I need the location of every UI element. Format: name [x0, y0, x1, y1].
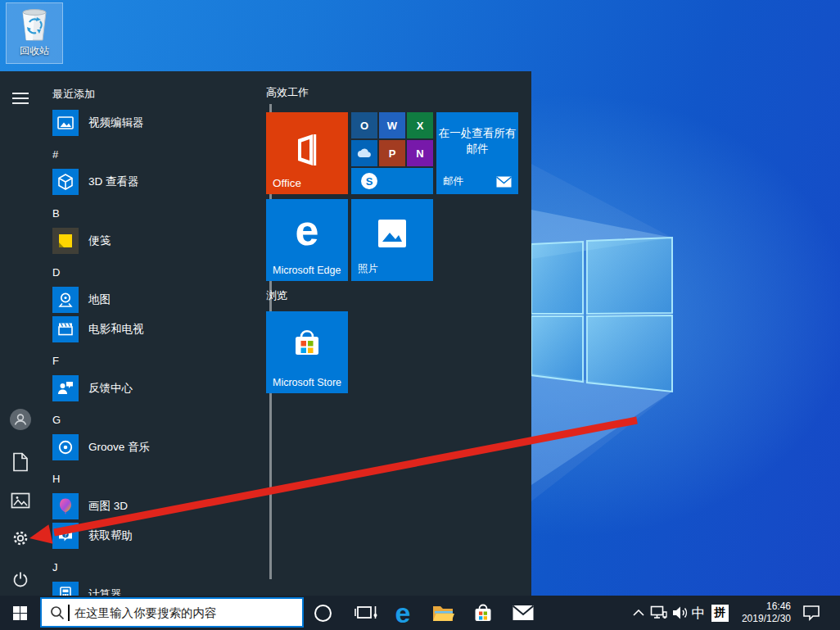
office-logo-icon — [288, 130, 326, 168]
tile-microsoft-store[interactable]: Microsoft Store — [266, 311, 348, 393]
user-account-button[interactable] — [10, 409, 31, 430]
svg-text:?: ? — [64, 532, 67, 537]
mail-tile-label: 邮件 — [443, 174, 463, 188]
ime-language-label: 中 — [692, 604, 706, 623]
cloud-icon — [356, 148, 373, 158]
app-label: 计算器 — [88, 582, 122, 596]
gear-icon — [11, 528, 30, 548]
app-item-calculator[interactable]: 计算器 — [52, 582, 264, 596]
app-label: 反馈中心 — [88, 375, 133, 401]
task-view-icon — [355, 603, 377, 623]
powerpoint-letter: P — [389, 147, 396, 160]
app-item-get-help[interactable]: ? 获取帮助 — [52, 523, 264, 552]
tile-office-apps-cluster[interactable]: O W X P N S — [351, 112, 433, 194]
app-item-feedback-hub[interactable]: 反馈中心 — [52, 375, 264, 405]
photos-icon — [376, 217, 409, 250]
word-tile[interactable]: W — [379, 112, 405, 138]
powerpoint-tile[interactable]: P — [379, 140, 405, 166]
app-list: 最近添加 视频编辑器 # 3D 查看器 B 便笺 — [52, 85, 264, 596]
tile-group-title: 浏览 — [266, 288, 287, 303]
hamburger-icon — [11, 92, 29, 105]
tile-photos[interactable]: 照片 — [351, 199, 433, 281]
app-label: Groove 音乐 — [88, 434, 150, 460]
edge-logo: e — [266, 206, 348, 255]
excel-tile[interactable]: X — [407, 112, 433, 138]
mail-taskbar-button[interactable] — [504, 596, 543, 630]
search-input[interactable] — [70, 606, 303, 619]
envelope-icon — [496, 176, 512, 188]
app-section-header: D — [52, 257, 264, 287]
chevron-up-icon — [633, 610, 644, 616]
tile-mail[interactable]: 在一处查看所有邮件 邮件 — [436, 112, 518, 194]
app-section-header: B — [52, 198, 264, 228]
groove-music-icon — [52, 434, 79, 460]
outlook-tile[interactable]: O — [351, 112, 377, 138]
trash-can-icon — [16, 6, 53, 43]
ime-mode-button[interactable]: 拼 — [709, 596, 730, 630]
tile-label: Office — [273, 177, 301, 189]
app-section-header: # — [52, 139, 264, 169]
ime-language-button[interactable]: 中 — [689, 596, 707, 630]
settings-button[interactable] — [10, 528, 31, 549]
cortana-circle-icon — [314, 605, 332, 622]
app-item-3d-viewer[interactable]: 3D 查看器 — [52, 169, 264, 198]
start-button[interactable] — [0, 596, 39, 630]
app-label: 便笺 — [88, 228, 111, 254]
file-explorer-button[interactable] — [423, 596, 463, 630]
ime-mode-label: 拼 — [711, 605, 729, 622]
network-tray-button[interactable] — [648, 596, 670, 630]
mail-tile-text: 在一处查看所有邮件 — [438, 125, 517, 156]
store-taskbar-button[interactable] — [463, 596, 503, 630]
app-label: 电影和电视 — [88, 316, 144, 342]
notification-icon — [802, 605, 820, 621]
clock-tray-button[interactable]: 16:46 2019/12/30 — [734, 596, 791, 630]
app-item-maps[interactable]: 地图 — [52, 287, 264, 316]
edge-e-icon: e — [395, 601, 411, 625]
tile-office[interactable]: Office — [266, 112, 348, 194]
app-item-movies-tv[interactable]: 电影和电视 — [52, 316, 264, 346]
paint-3d-icon — [52, 493, 79, 519]
menu-hamburger-button[interactable] — [10, 88, 31, 109]
user-avatar-icon — [10, 409, 31, 430]
recycle-bin-label: 回收站 — [20, 44, 49, 58]
pictures-button[interactable] — [10, 490, 31, 511]
app-item-paint-3d[interactable]: 画图 3D — [52, 493, 264, 523]
taskbar-search-box[interactable] — [40, 597, 304, 628]
tile-group-title: 高效工作 — [266, 85, 309, 100]
cortana-button[interactable] — [303, 596, 342, 630]
documents-button[interactable] — [10, 451, 31, 473]
skype-logo: S — [361, 173, 377, 189]
3d-viewer-icon — [52, 169, 79, 195]
app-label: 视频编辑器 — [88, 110, 144, 136]
onenote-tile[interactable]: N — [407, 140, 433, 166]
power-button[interactable] — [10, 568, 31, 589]
pictures-icon — [11, 492, 30, 509]
app-item-sticky-notes[interactable]: 便笺 — [52, 228, 264, 257]
get-help-icon: ? — [52, 523, 79, 549]
windows-logo-icon — [13, 606, 27, 620]
tray-date: 2019/12/30 — [734, 613, 791, 625]
app-section-header: H — [52, 464, 264, 493]
app-item-groove-music[interactable]: Groove 音乐 — [52, 434, 264, 464]
onedrive-tile[interactable] — [351, 140, 377, 166]
start-menu: 最近添加 视频编辑器 # 3D 查看器 B 便笺 — [0, 71, 531, 596]
volume-tray-button[interactable] — [670, 596, 691, 630]
desktop: 回收站 — [0, 0, 840, 630]
tray-expand-button[interactable] — [629, 596, 648, 630]
taskbar: e — [0, 596, 840, 630]
ethernet-network-icon — [650, 605, 668, 620]
task-view-button[interactable] — [346, 596, 386, 630]
action-center-button[interactable] — [798, 596, 824, 630]
app-item-video-editor[interactable]: 视频编辑器 — [52, 110, 264, 139]
tray-time: 16:46 — [734, 601, 791, 613]
recycle-bin-icon[interactable]: 回收站 — [6, 2, 63, 64]
store-bag-icon — [472, 601, 495, 624]
edge-taskbar-button[interactable]: e — [383, 596, 422, 630]
tile-microsoft-edge[interactable]: e Microsoft Edge — [266, 199, 348, 281]
skype-tile[interactable]: S — [351, 168, 433, 194]
app-section-header: 最近添加 — [52, 85, 264, 110]
sticky-notes-icon — [52, 228, 79, 254]
tile-label: Microsoft Store — [273, 377, 341, 388]
app-section-header: F — [52, 346, 264, 375]
movies-tv-icon — [52, 316, 79, 342]
